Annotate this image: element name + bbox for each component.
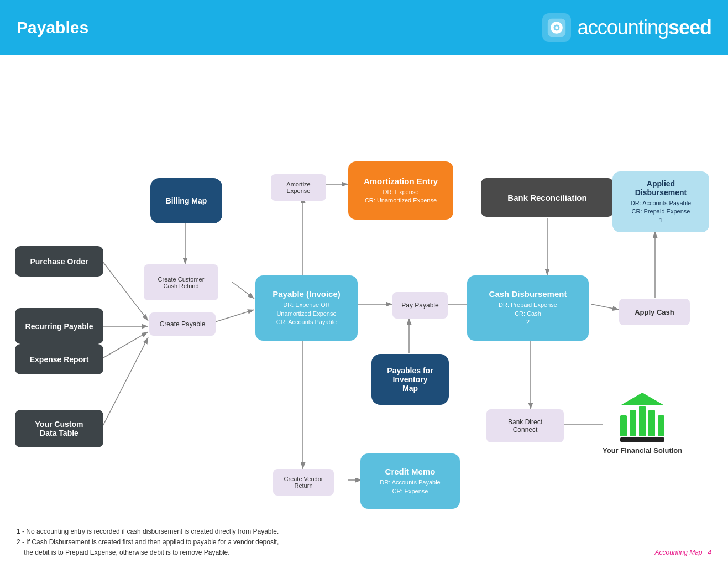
bank-reconciliation-node: Bank Reconciliation: [481, 178, 614, 217]
billing-map-node: Billing Map: [150, 178, 222, 223]
recurring-payable-node: Recurring Payable: [15, 308, 103, 344]
cash-disbursement-node: Cash Disbursement DR: Prepaid Expense CR…: [467, 275, 589, 341]
purchase-order-node: Purchase Order: [15, 246, 103, 277]
create-customer-cash-refund-node: Create Customer Cash Refund: [144, 264, 218, 300]
footer-notes: 1 - No accounting entry is recorded if c…: [0, 520, 728, 563]
svg-line-4: [102, 261, 148, 321]
page-label: Accounting Map | 4: [654, 549, 711, 556]
credit-memo-node: Credit Memo DR: Accounts Payable CR: Exp…: [360, 453, 460, 509]
applied-disbursement-node: Applied Disbursement DR: Accounts Payabl…: [612, 171, 709, 232]
svg-line-17: [591, 304, 619, 310]
amortization-entry-node: Amortization Entry DR: Expense CR: Unamo…: [348, 161, 453, 220]
svg-line-9: [232, 282, 254, 299]
payables-inventory-map-node: Payables for Inventory Map: [371, 354, 449, 405]
amortize-expense-node: Amortize Expense: [271, 174, 326, 201]
diagram-area: Purchase Order Recurring Payable Expense…: [0, 55, 728, 520]
logo-icon: [542, 13, 571, 42]
logo-area: accountingseed: [542, 13, 711, 42]
note-2: 2 - If Cash Disbursement is created firs…: [17, 537, 711, 548]
header: Payables accountingseed: [0, 0, 728, 55]
page-title: Payables: [17, 18, 88, 37]
custom-data-node: Your Custom Data Table: [15, 410, 103, 447]
logo-text: accountingseed: [578, 16, 711, 39]
bank-direct-connect-node: Bank Direct Connect: [486, 409, 564, 442]
apply-cash-node: Apply Cash: [619, 299, 690, 325]
create-vendor-return-node: Create Vendor Return: [273, 469, 334, 496]
pay-payable-node: Pay Payable: [392, 292, 448, 319]
note-1: 1 - No accounting entry is recorded if c…: [17, 526, 711, 537]
svg-line-6: [102, 332, 148, 358]
svg-point-1: [555, 26, 558, 29]
your-financial-solution: Your Financial Solution: [603, 393, 682, 455]
note-2b: the debit is to Prepaid Expense, otherwi…: [17, 548, 711, 558]
create-payable-node: Create Payable: [149, 312, 216, 336]
expense-report-node: Expense Report: [15, 344, 103, 374]
svg-line-7: [102, 337, 148, 427]
payable-invoice-node: Payable (Invoice) DR: Expense OR Unamort…: [255, 275, 358, 341]
